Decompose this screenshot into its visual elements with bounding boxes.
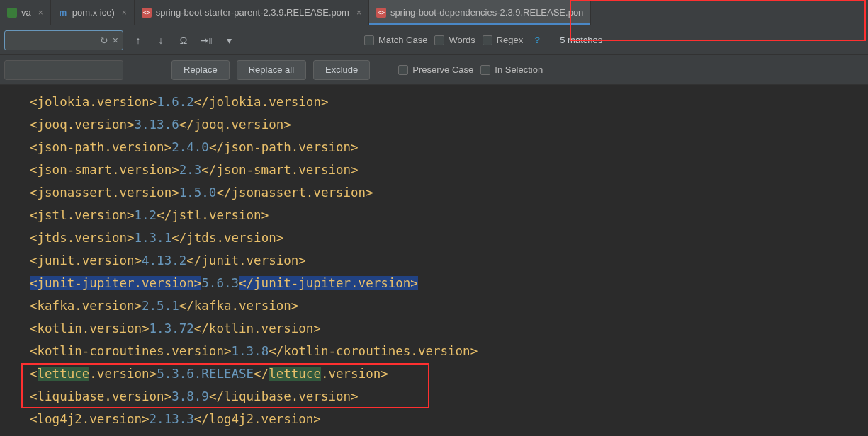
code-line: <liquibase.version>3.8.9</liquibase.vers… — [0, 385, 868, 408]
search-match: lettuce — [269, 367, 321, 381]
code-line: <json-path.version>2.4.0</json-path.vers… — [0, 136, 868, 159]
checkbox-label: In Selection — [495, 64, 543, 75]
checkbox-icon — [483, 35, 492, 45]
filter-icon[interactable]: ▾ — [221, 33, 237, 48]
code-line: <kotlin.version>1.3.72</kotlin.version> — [0, 317, 868, 340]
code-line: <jtds.version>1.3.1</jtds.version> — [0, 226, 868, 249]
tab-label: spring-boot-starter-parent-2.3.9.RELEASE… — [156, 7, 349, 18]
close-icon[interactable]: × — [122, 8, 127, 18]
code-line: <lettuce.version>5.3.6.RELEASE</lettuce.… — [0, 362, 868, 385]
checkbox-label: Preserve Case — [412, 64, 473, 75]
code-line-highlight: <junit-jupiter.version>5.6.3</junit-jupi… — [0, 272, 868, 294]
code-line: <junit.version>4.13.2</junit.version> — [0, 249, 868, 272]
code-line: <jsonassert.version>1.5.0</jsonassert.ve… — [0, 181, 868, 204]
code-line: <jooq.version>3.13.6</jooq.version> — [0, 113, 868, 136]
pom-file-icon: <> — [142, 8, 152, 18]
regex-checkbox[interactable]: Regex — [483, 35, 524, 45]
java-file-icon — [7, 8, 17, 18]
code-line: <kafka.version>2.5.1</kafka.version> — [0, 294, 868, 317]
checkbox-label: Match Case — [378, 35, 427, 45]
tab-starter-parent[interactable]: <> spring-boot-starter-parent-2.3.9.RELE… — [135, 0, 369, 25]
new-line-icon[interactable]: ⇥|| — [198, 33, 214, 48]
code-line: <jolokia.version>1.6.2</jolokia.version> — [0, 91, 868, 113]
code-line: <kotlin-coroutines.version>1.3.8</kotlin… — [0, 340, 868, 362]
editor-tabs: va × m pom.x ice) × <> spring-boot-start… — [0, 0, 868, 25]
close-icon[interactable]: × — [38, 8, 43, 18]
checkbox-label: Words — [449, 35, 475, 45]
checkbox-icon — [480, 65, 490, 75]
replace-input[interactable] — [4, 60, 123, 80]
prev-match-icon[interactable]: ↑ — [130, 33, 146, 48]
pom-file-icon: <> — [376, 8, 386, 18]
checkbox-icon — [398, 65, 408, 75]
inselection-checkbox[interactable]: In Selection — [480, 64, 543, 75]
checkbox-label: Regex — [497, 35, 524, 45]
matchcase-checkbox[interactable]: Match Case — [364, 35, 427, 45]
clear-search-icon[interactable]: × — [113, 35, 118, 46]
search-history-icon[interactable]: ↻ — [100, 35, 108, 46]
code-line: <json-smart.version>2.3</json-smart.vers… — [0, 159, 868, 181]
replace-button[interactable]: Replace — [171, 60, 230, 80]
tab-dependencies[interactable]: <> spring-boot-dependencies-2.3.9.RELEAS… — [369, 0, 591, 25]
replace-toolbar: Replace Replace all Exclude Preserve Cas… — [0, 55, 868, 85]
tab-label: va — [21, 7, 31, 18]
search-input[interactable]: ↻ × — [4, 30, 123, 50]
checkbox-icon — [434, 35, 444, 45]
search-match: lettuce — [38, 367, 90, 381]
help-icon[interactable]: ? — [534, 35, 540, 45]
words-checkbox[interactable]: Words — [434, 35, 475, 45]
code-editor[interactable]: <jolokia.version>1.6.2</jolokia.version>… — [0, 85, 868, 430]
checkbox-icon — [364, 35, 374, 45]
tab-label: pom.x ice) — [72, 7, 115, 18]
exclude-button[interactable]: Exclude — [313, 60, 370, 80]
preservecase-checkbox[interactable]: Preserve Case — [398, 64, 473, 75]
tab-label: spring-boot-dependencies-2.3.9.RELEASE.p… — [390, 7, 583, 18]
replace-all-button[interactable]: Replace all — [237, 60, 306, 80]
close-icon[interactable]: × — [356, 8, 361, 18]
maven-m-icon: m — [58, 8, 68, 18]
tab-pom[interactable]: m pom.x ice) × — [51, 0, 135, 25]
match-count: 5 matches — [560, 35, 602, 45]
code-line: <jstl.version>1.2</jstl.version> — [0, 204, 868, 226]
code-line: <log4j2.version>2.13.3</log4j2.version> — [0, 408, 868, 430]
find-toolbar: ↻ × ↑ ↓ Ω ⇥|| ▾ Match Case Words Regex ?… — [0, 25, 868, 55]
tab-java[interactable]: va × — [0, 0, 51, 25]
select-all-icon[interactable]: Ω — [176, 33, 191, 48]
next-match-icon[interactable]: ↓ — [153, 33, 169, 48]
